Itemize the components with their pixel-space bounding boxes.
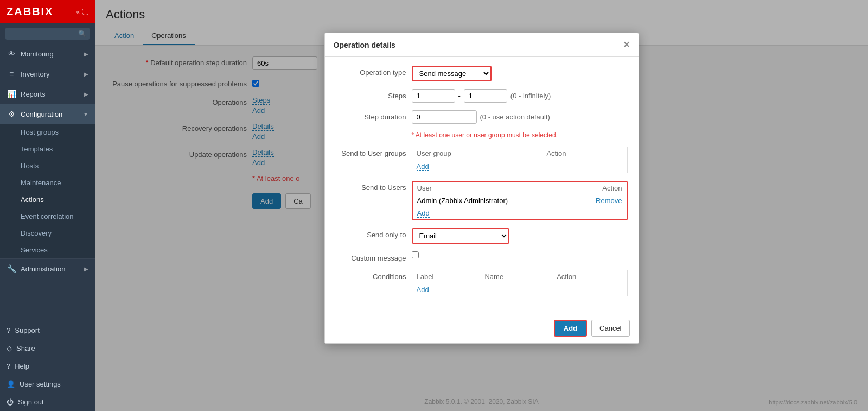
- table-row: Admin (Zabbix Administrator) Remove: [413, 194, 627, 207]
- chevron-right-icon: ▶: [84, 51, 88, 57]
- user-col-header: User: [413, 182, 571, 194]
- step-duration-label: Step duration: [336, 110, 406, 121]
- sidebar-section-inventory: ≡ Inventory ▶: [0, 64, 95, 84]
- collapse-icon[interactable]: «: [76, 8, 80, 16]
- send-only-to-label: Send only to: [336, 228, 406, 239]
- operation-type-label: Operation type: [336, 66, 406, 77]
- user-groups-table: User group Action Add: [412, 147, 628, 173]
- sidebar-item-label: Reports: [21, 90, 80, 98]
- steps-hint: (0 - infinitely): [510, 92, 551, 100]
- share-label: Share: [16, 344, 35, 352]
- send-to-users-label: Send to Users: [336, 181, 406, 192]
- modal-row-custom-message: Custom message: [336, 251, 628, 262]
- sidebar-item-help[interactable]: ? Help: [0, 357, 95, 375]
- sidebar-item-sign-out[interactable]: ⏻ Sign out: [0, 393, 95, 411]
- modal-overlay: Operation details ✕ Operation type Send …: [95, 0, 868, 411]
- conditions-field: Label Name Action Add: [412, 270, 628, 296]
- sidebar-item-user-settings[interactable]: 👤 User settings: [0, 375, 95, 393]
- users-add-row: Add: [413, 207, 627, 219]
- sidebar-section-administration: 🔧 Administration ▶: [0, 259, 95, 279]
- share-icon: ◇: [7, 344, 12, 352]
- search-input[interactable]: [5, 28, 90, 40]
- users-add-link[interactable]: Add: [417, 209, 430, 218]
- sidebar-item-host-groups[interactable]: Host groups: [0, 124, 95, 141]
- modal-row-user-groups: Send to User groups User group Action: [336, 147, 628, 173]
- sidebar: ZABBIX « ⛶ 🔍 👁 Monitoring ▶ ≡ Inventory …: [0, 0, 95, 411]
- step-duration-input[interactable]: [412, 110, 477, 124]
- sidebar-item-services[interactable]: Services: [0, 242, 95, 258]
- user-remove-link[interactable]: Remove: [596, 197, 622, 205]
- custom-message-checkbox[interactable]: [412, 251, 419, 258]
- reports-icon: 📊: [7, 90, 16, 98]
- required-message: * At least one user or user group must b…: [412, 131, 558, 139]
- sidebar-item-support[interactable]: ? Support: [0, 321, 95, 339]
- modal-row-steps: Steps - (0 - infinitely): [336, 89, 628, 103]
- collapse-icons[interactable]: « ⛶: [76, 8, 88, 16]
- conditions-table: Label Name Action Add: [412, 270, 628, 296]
- send-only-to-select[interactable]: Email SMS Jabber: [412, 228, 509, 244]
- configuration-icon: ⚙: [7, 110, 16, 118]
- modal-close-button[interactable]: ✕: [623, 40, 630, 50]
- user-group-add-row: Add: [412, 160, 627, 173]
- logo-text: ZABBIX: [7, 5, 53, 18]
- modal-row-users: Send to Users User Action: [336, 181, 628, 220]
- sidebar-item-discovery[interactable]: Discovery: [0, 225, 95, 242]
- sidebar-item-reports[interactable]: 📊 Reports ▶: [0, 84, 95, 104]
- custom-message-field: [412, 251, 628, 260]
- user-groups-add-link[interactable]: Add: [417, 162, 429, 171]
- steps-field: - (0 - infinitely): [412, 89, 628, 103]
- user-group-action-col-header: Action: [542, 147, 627, 160]
- send-to-users-field: User Action Admin (Zabbix Administrator)…: [412, 181, 628, 220]
- modal-footer: Add Cancel: [325, 313, 639, 343]
- sidebar-item-maintenance[interactable]: Maintenance: [0, 174, 95, 191]
- user-action-col-header: Action: [571, 182, 626, 194]
- modal-cancel-button[interactable]: Cancel: [591, 320, 629, 337]
- sidebar-search-container: 🔍: [0, 23, 95, 44]
- chevron-down-icon: ▼: [83, 111, 88, 117]
- main-content: Actions Action Operations Default operat…: [95, 0, 868, 411]
- sidebar-logo: ZABBIX « ⛶: [0, 0, 95, 23]
- sidebar-item-event-correlation[interactable]: Event correlation: [0, 208, 95, 225]
- modal-body: Operation type Send message Remote comma…: [325, 57, 639, 313]
- modal-add-button[interactable]: Add: [554, 320, 587, 337]
- chevron-right-icon: ▶: [84, 71, 88, 77]
- sidebar-item-actions[interactable]: Actions: [0, 191, 95, 208]
- user-settings-label: User settings: [20, 380, 61, 388]
- chevron-right-icon: ▶: [84, 91, 88, 97]
- sidebar-item-share[interactable]: ◇ Share: [0, 339, 95, 357]
- operation-type-select[interactable]: Send message Remote command: [412, 66, 492, 81]
- operation-details-modal: Operation details ✕ Operation type Send …: [324, 33, 639, 344]
- conditions-name-col: Name: [480, 270, 552, 283]
- modal-header: Operation details ✕: [325, 33, 639, 57]
- sidebar-section-monitoring: 👁 Monitoring ▶: [0, 44, 95, 64]
- expand-icon[interactable]: ⛶: [82, 8, 88, 16]
- users-table-wrap: User Action Admin (Zabbix Administrator)…: [412, 181, 628, 220]
- sign-out-icon: ⏻: [7, 398, 14, 406]
- steps-to-input[interactable]: [464, 89, 507, 103]
- steps-from-input[interactable]: [412, 89, 455, 103]
- steps-label: Steps: [336, 89, 406, 100]
- send-only-to-field: Email SMS Jabber: [412, 228, 628, 244]
- user-icon: 👤: [7, 380, 15, 388]
- sidebar-section-configuration: ⚙ Configuration ▼ Host groups Templates …: [0, 104, 95, 259]
- modal-row-step-duration: Step duration (0 - use action default): [336, 110, 628, 124]
- sidebar-footer: ? Support ◇ Share ? Help 👤 User settings…: [0, 321, 95, 411]
- required-msg-spacer: [336, 131, 406, 134]
- sidebar-item-monitoring[interactable]: 👁 Monitoring ▶: [0, 44, 95, 64]
- sidebar-item-templates[interactable]: Templates: [0, 141, 95, 157]
- sidebar-item-configuration[interactable]: ⚙ Configuration ▼: [0, 104, 95, 124]
- monitoring-icon: 👁: [7, 49, 16, 58]
- conditions-add-link[interactable]: Add: [417, 286, 429, 294]
- conditions-add-row: Add: [412, 283, 627, 296]
- modal-row-send-only-to: Send only to Email SMS Jabber: [336, 228, 628, 244]
- conditions-label: Conditions: [336, 270, 406, 281]
- chevron-right-icon: ▶: [84, 266, 88, 272]
- custom-message-label: Custom message: [336, 251, 406, 262]
- sidebar-item-administration[interactable]: 🔧 Administration ▶: [0, 259, 95, 279]
- help-icon: ?: [7, 362, 10, 370]
- search-icon: 🔍: [78, 30, 86, 37]
- sidebar-item-hosts[interactable]: Hosts: [0, 157, 95, 174]
- user-action-cell: Remove: [571, 194, 626, 207]
- conditions-label-col: Label: [412, 270, 480, 283]
- sidebar-item-inventory[interactable]: ≡ Inventory ▶: [0, 64, 95, 84]
